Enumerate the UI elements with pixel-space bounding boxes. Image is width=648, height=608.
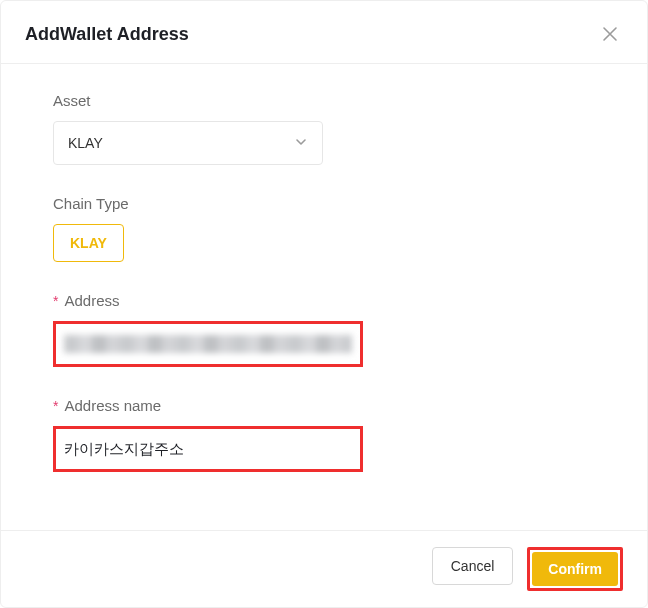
chevron-down-icon [294, 135, 308, 152]
address-name-input[interactable] [64, 429, 352, 469]
asset-select[interactable]: KLAY [53, 121, 323, 165]
address-name-input-frame [53, 426, 363, 472]
address-name-label: * Address name [53, 397, 595, 414]
modal-body: Asset KLAY Chain Type KLAY * Address [1, 64, 647, 530]
confirm-highlight: Confirm [527, 547, 623, 591]
chain-type-label: Chain Type [53, 195, 595, 212]
address-label: * Address [53, 292, 595, 309]
required-mark: * [53, 293, 58, 309]
chain-type-options: KLAY [53, 224, 595, 262]
add-wallet-modal: AddWallet Address Asset KLAY Chain Type … [0, 0, 648, 608]
address-input-redacted[interactable] [64, 335, 352, 353]
close-icon [601, 25, 619, 43]
modal-header: AddWallet Address [1, 1, 647, 64]
chain-type-chip-klay[interactable]: KLAY [53, 224, 124, 262]
address-input-frame [53, 321, 363, 367]
cancel-button[interactable]: Cancel [432, 547, 514, 585]
address-name-label-text: Address name [64, 397, 161, 414]
modal-footer: Cancel Confirm [1, 530, 647, 607]
address-group: * Address [53, 292, 595, 367]
modal-title: AddWallet Address [25, 24, 189, 45]
asset-group: Asset KLAY [53, 92, 595, 165]
chain-type-group: Chain Type KLAY [53, 195, 595, 262]
asset-label: Asset [53, 92, 595, 109]
address-label-text: Address [64, 292, 119, 309]
required-mark: * [53, 398, 58, 414]
confirm-button[interactable]: Confirm [532, 552, 618, 586]
close-button[interactable] [597, 21, 623, 47]
address-name-group: * Address name [53, 397, 595, 472]
asset-select-value: KLAY [68, 135, 103, 151]
